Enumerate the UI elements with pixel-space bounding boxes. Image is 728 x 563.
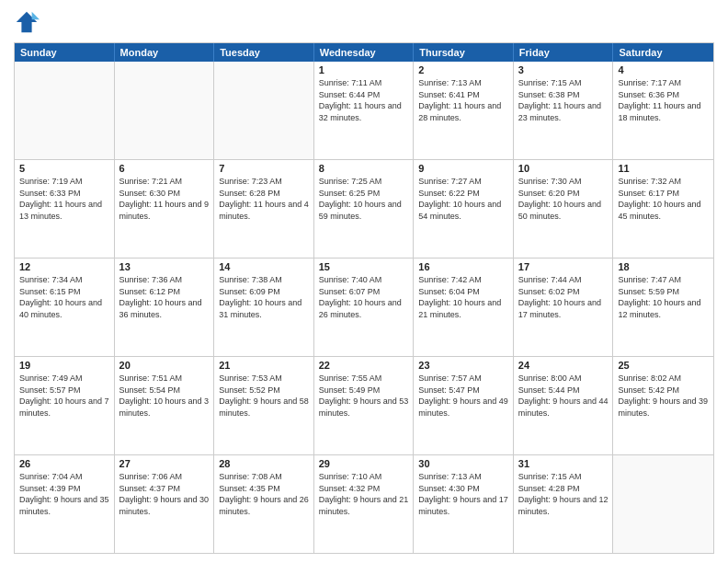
day-cell-21: 21Sunrise: 7:53 AM Sunset: 5:52 PM Dayli… [214, 357, 314, 454]
day-number: 11 [618, 163, 709, 174]
day-number: 15 [319, 261, 409, 272]
day-number: 12 [19, 261, 109, 272]
calendar-row-1: 5Sunrise: 7:19 AM Sunset: 6:33 PM Daylig… [15, 159, 713, 258]
day-cell-30: 30Sunrise: 7:13 AM Sunset: 4:30 PM Dayli… [414, 455, 514, 553]
day-cell-16: 16Sunrise: 7:42 AM Sunset: 6:04 PM Dayli… [414, 259, 514, 356]
day-cell-14: 14Sunrise: 7:38 AM Sunset: 6:09 PM Dayli… [214, 259, 314, 356]
day-cell-4: 4Sunrise: 7:17 AM Sunset: 6:36 PM Daylig… [613, 62, 713, 159]
day-detail: Sunrise: 7:40 AM Sunset: 6:07 PM Dayligh… [319, 274, 409, 320]
day-detail: Sunrise: 7:51 AM Sunset: 5:54 PM Dayligh… [119, 373, 210, 419]
day-number: 5 [19, 163, 109, 174]
day-number: 30 [418, 458, 508, 469]
day-detail: Sunrise: 7:11 AM Sunset: 6:44 PM Dayligh… [319, 77, 409, 123]
weekday-header-sunday: Sunday [15, 43, 115, 62]
calendar-row-2: 12Sunrise: 7:34 AM Sunset: 6:15 PM Dayli… [15, 258, 713, 356]
day-number: 25 [618, 360, 709, 371]
day-detail: Sunrise: 7:21 AM Sunset: 6:30 PM Dayligh… [119, 176, 210, 222]
day-cell-22: 22Sunrise: 7:55 AM Sunset: 5:49 PM Dayli… [314, 357, 415, 454]
day-detail: Sunrise: 7:44 AM Sunset: 6:02 PM Dayligh… [518, 274, 609, 320]
day-cell-25: 25Sunrise: 8:02 AM Sunset: 5:42 PM Dayli… [613, 357, 713, 454]
day-cell-19: 19Sunrise: 7:49 AM Sunset: 5:57 PM Dayli… [15, 357, 115, 454]
day-detail: Sunrise: 7:38 AM Sunset: 6:09 PM Dayligh… [219, 274, 309, 320]
day-number: 31 [518, 458, 609, 469]
day-cell-27: 27Sunrise: 7:06 AM Sunset: 4:37 PM Dayli… [115, 455, 215, 553]
day-detail: Sunrise: 7:32 AM Sunset: 6:17 PM Dayligh… [618, 176, 709, 222]
day-cell-24: 24Sunrise: 8:00 AM Sunset: 5:44 PM Dayli… [514, 357, 614, 454]
day-detail: Sunrise: 7:08 AM Sunset: 4:35 PM Dayligh… [219, 471, 309, 517]
day-cell-20: 20Sunrise: 7:51 AM Sunset: 5:54 PM Dayli… [115, 357, 215, 454]
day-number: 9 [418, 163, 508, 174]
calendar-row-0: 1Sunrise: 7:11 AM Sunset: 6:44 PM Daylig… [15, 62, 713, 159]
day-number: 14 [219, 261, 309, 272]
day-detail: Sunrise: 7:42 AM Sunset: 6:04 PM Dayligh… [418, 274, 508, 320]
day-number: 29 [319, 458, 409, 469]
day-detail: Sunrise: 7:55 AM Sunset: 5:49 PM Dayligh… [319, 373, 409, 419]
day-number: 28 [219, 458, 309, 469]
day-detail: Sunrise: 7:57 AM Sunset: 5:47 PM Dayligh… [418, 373, 508, 419]
day-cell-5: 5Sunrise: 7:19 AM Sunset: 6:33 PM Daylig… [15, 160, 115, 258]
day-cell-17: 17Sunrise: 7:44 AM Sunset: 6:02 PM Dayli… [514, 259, 614, 356]
day-cell-empty-0-0 [15, 62, 115, 159]
day-number: 1 [319, 64, 409, 75]
day-cell-13: 13Sunrise: 7:36 AM Sunset: 6:12 PM Dayli… [115, 259, 215, 356]
day-number: 21 [219, 360, 309, 371]
day-detail: Sunrise: 7:49 AM Sunset: 5:57 PM Dayligh… [19, 373, 109, 419]
day-number: 19 [19, 360, 109, 371]
day-cell-31: 31Sunrise: 7:15 AM Sunset: 4:28 PM Dayli… [514, 455, 614, 553]
day-number: 16 [418, 261, 508, 272]
day-detail: Sunrise: 7:15 AM Sunset: 6:38 PM Dayligh… [518, 77, 609, 123]
day-detail: Sunrise: 7:47 AM Sunset: 5:59 PM Dayligh… [618, 274, 709, 320]
day-number: 23 [418, 360, 508, 371]
day-number: 3 [518, 64, 609, 75]
page: SundayMondayTuesdayWednesdayThursdayFrid… [0, 0, 728, 563]
calendar: SundayMondayTuesdayWednesdayThursdayFrid… [14, 42, 714, 554]
calendar-header: SundayMondayTuesdayWednesdayThursdayFrid… [15, 43, 713, 62]
day-cell-10: 10Sunrise: 7:30 AM Sunset: 6:20 PM Dayli… [514, 160, 614, 258]
day-detail: Sunrise: 7:27 AM Sunset: 6:22 PM Dayligh… [418, 176, 508, 222]
weekday-header-tuesday: Tuesday [214, 43, 314, 62]
day-detail: Sunrise: 7:36 AM Sunset: 6:12 PM Dayligh… [119, 274, 210, 320]
calendar-row-4: 26Sunrise: 7:04 AM Sunset: 4:39 PM Dayli… [15, 454, 713, 553]
day-detail: Sunrise: 7:34 AM Sunset: 6:15 PM Dayligh… [19, 274, 109, 320]
day-detail: Sunrise: 7:13 AM Sunset: 4:30 PM Dayligh… [418, 471, 508, 517]
day-detail: Sunrise: 7:13 AM Sunset: 6:41 PM Dayligh… [418, 77, 508, 123]
day-number: 6 [119, 163, 210, 174]
day-number: 13 [119, 261, 210, 272]
logo-icon [14, 9, 40, 35]
day-cell-7: 7Sunrise: 7:23 AM Sunset: 6:28 PM Daylig… [214, 160, 314, 258]
day-cell-15: 15Sunrise: 7:40 AM Sunset: 6:07 PM Dayli… [314, 259, 415, 356]
day-number: 18 [618, 261, 709, 272]
logo [14, 9, 43, 35]
day-detail: Sunrise: 7:10 AM Sunset: 4:32 PM Dayligh… [319, 471, 409, 517]
day-detail: Sunrise: 7:23 AM Sunset: 6:28 PM Dayligh… [219, 176, 309, 222]
day-cell-28: 28Sunrise: 7:08 AM Sunset: 4:35 PM Dayli… [214, 455, 314, 553]
day-detail: Sunrise: 8:00 AM Sunset: 5:44 PM Dayligh… [518, 373, 609, 419]
day-detail: Sunrise: 7:30 AM Sunset: 6:20 PM Dayligh… [518, 176, 609, 222]
weekday-header-wednesday: Wednesday [314, 43, 415, 62]
day-cell-9: 9Sunrise: 7:27 AM Sunset: 6:22 PM Daylig… [414, 160, 514, 258]
day-cell-6: 6Sunrise: 7:21 AM Sunset: 6:30 PM Daylig… [115, 160, 215, 258]
day-number: 10 [518, 163, 609, 174]
day-detail: Sunrise: 7:04 AM Sunset: 4:39 PM Dayligh… [19, 471, 109, 517]
day-number: 26 [19, 458, 109, 469]
weekday-header-thursday: Thursday [414, 43, 514, 62]
day-detail: Sunrise: 7:19 AM Sunset: 6:33 PM Dayligh… [19, 176, 109, 222]
weekday-header-saturday: Saturday [613, 43, 713, 62]
day-number: 8 [319, 163, 409, 174]
day-detail: Sunrise: 7:06 AM Sunset: 4:37 PM Dayligh… [119, 471, 210, 517]
day-detail: Sunrise: 8:02 AM Sunset: 5:42 PM Dayligh… [618, 373, 709, 419]
day-cell-29: 29Sunrise: 7:10 AM Sunset: 4:32 PM Dayli… [314, 455, 415, 553]
day-cell-26: 26Sunrise: 7:04 AM Sunset: 4:39 PM Dayli… [15, 455, 115, 553]
day-cell-3: 3Sunrise: 7:15 AM Sunset: 6:38 PM Daylig… [514, 62, 614, 159]
day-number: 2 [418, 64, 508, 75]
day-detail: Sunrise: 7:53 AM Sunset: 5:52 PM Dayligh… [219, 373, 309, 419]
day-number: 20 [119, 360, 210, 371]
day-cell-23: 23Sunrise: 7:57 AM Sunset: 5:47 PM Dayli… [414, 357, 514, 454]
day-cell-12: 12Sunrise: 7:34 AM Sunset: 6:15 PM Dayli… [15, 259, 115, 356]
day-cell-2: 2Sunrise: 7:13 AM Sunset: 6:41 PM Daylig… [414, 62, 514, 159]
day-cell-empty-4-6 [613, 455, 713, 553]
calendar-row-3: 19Sunrise: 7:49 AM Sunset: 5:57 PM Dayli… [15, 356, 713, 454]
day-detail: Sunrise: 7:17 AM Sunset: 6:36 PM Dayligh… [618, 77, 709, 123]
day-cell-18: 18Sunrise: 7:47 AM Sunset: 5:59 PM Dayli… [613, 259, 713, 356]
day-detail: Sunrise: 7:15 AM Sunset: 4:28 PM Dayligh… [518, 471, 609, 517]
